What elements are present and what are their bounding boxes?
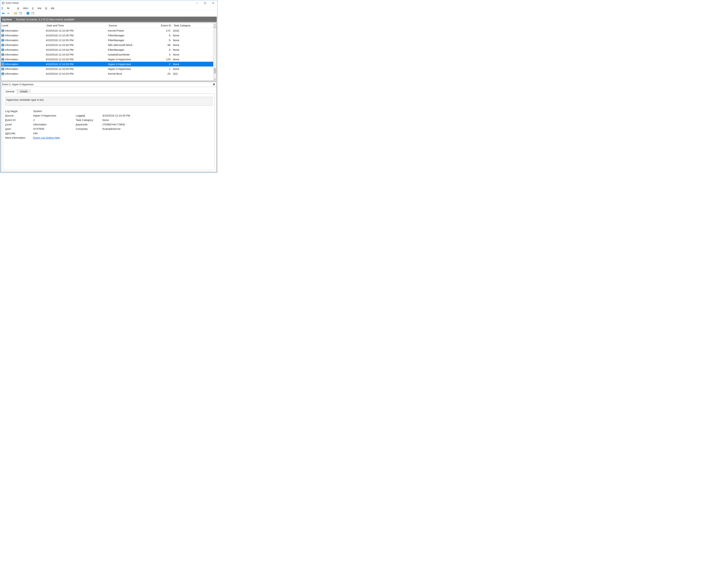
cell-date: 4/10/2018 12:10:33 PM (46, 53, 108, 56)
cell-task: None (172, 39, 213, 42)
svg-rect-19 (3, 30, 3, 30)
header-task[interactable]: Task Category (173, 24, 213, 27)
maximize-button[interactable] (201, 0, 209, 6)
cell-source: FilterManager (108, 48, 156, 51)
header-level[interactable]: Level (2, 24, 47, 27)
help-button[interactable]: ? (26, 11, 30, 16)
cell-eventid: 129 (156, 58, 172, 61)
properties-button[interactable] (19, 11, 23, 16)
info-icon (1, 58, 5, 61)
val-source: Hyper-V-Hypervisor (33, 114, 76, 117)
lbl-level: Level: (5, 123, 33, 126)
cell-level: Information (5, 34, 18, 37)
cell-task: None (172, 67, 213, 71)
table-row[interactable]: Information4/10/2018 12:10:35 PMFilterMa… (1, 38, 213, 43)
detail-body: Hypervisor scheduler type is 0x2. Log Na… (3, 93, 215, 170)
table-row[interactable]: Information4/10/2018 12:10:33 PMHyper-V-… (1, 66, 213, 71)
close-button[interactable] (209, 0, 217, 6)
info-icon (1, 53, 5, 56)
app-icon (2, 1, 5, 5)
table-row[interactable]: Information4/10/2018 12:10:35 PMFilterMa… (1, 33, 213, 38)
event-count-label: Number of events: 3,179 (!) New events a… (16, 18, 74, 21)
info-icon (1, 72, 5, 76)
table-row[interactable]: Information4/10/2018 12:10:33 PMHyper-V-… (1, 62, 213, 66)
table-row[interactable]: Information4/10/2018 12:10:36 PMKernel-P… (1, 28, 213, 33)
svg-rect-30 (3, 45, 3, 46)
cell-source: Kernel-Boot (108, 72, 156, 75)
back-button[interactable] (1, 11, 5, 16)
cell-eventid: 3 (156, 53, 172, 56)
info-icon (1, 67, 5, 71)
menu-help[interactable]: Help (45, 7, 54, 9)
scroll-thumb[interactable] (214, 68, 216, 74)
table-scrollbar[interactable]: ▲ ▼ (213, 23, 216, 81)
cell-source: IsolatedUserMode (108, 53, 156, 56)
val-computer: ExampleServer (102, 127, 212, 130)
table-header-row: Level Date and Time Source Event ID Task… (1, 23, 213, 28)
detail-title: Event 2, Hyper-V-Hypervisor (2, 83, 33, 86)
svg-rect-6 (204, 2, 206, 4)
log-name-label: System (2, 18, 12, 21)
cell-source: FilterManager (108, 34, 156, 37)
link-event-log-help[interactable]: Event Log Online Help (33, 136, 60, 139)
svg-rect-15 (32, 12, 34, 12)
event-detail-pane: Event 2, Hyper-V-Hypervisor ✕ General De… (1, 82, 217, 172)
val-logname: System (33, 110, 212, 113)
status-band: System Number of events: 3,179 (!) New e… (1, 17, 217, 22)
show-tree-button[interactable] (14, 11, 18, 16)
cell-source: Hyper-V-Hypervisor (108, 63, 156, 65)
refresh-button[interactable] (31, 11, 35, 16)
lbl-taskcat: Task Category: (76, 118, 102, 121)
lbl-user: User: (5, 127, 33, 130)
cell-level: Information (5, 58, 18, 61)
scroll-up-icon[interactable]: ▲ (213, 23, 216, 26)
cell-date: 4/10/2018 12:10:33 PM (46, 63, 108, 65)
table-row[interactable]: Information4/10/2018 12:10:34 PMNtfs (Mi… (1, 43, 213, 47)
cell-level: Information (5, 29, 18, 32)
scroll-thumb-top[interactable] (213, 26, 216, 28)
cell-date: 4/10/2018 12:10:36 PM (46, 29, 108, 32)
svg-rect-54 (3, 74, 3, 75)
lbl-logname: Log Name: (5, 110, 33, 113)
cell-date: 4/10/2018 12:10:34 PM (46, 44, 108, 47)
info-icon (1, 48, 5, 52)
cell-source: Kernel-Power (108, 29, 156, 32)
minimize-button[interactable] (193, 0, 201, 6)
lbl-source: Source: (5, 114, 33, 117)
val-keywords: (70368744177664) (102, 123, 212, 126)
cell-level: Information (5, 48, 18, 51)
cell-source: Ntfs (Microsoft-Wind... (108, 44, 156, 47)
svg-rect-50 (3, 69, 3, 70)
svg-rect-26 (3, 40, 3, 41)
tab-general[interactable]: General (3, 89, 17, 94)
header-date[interactable]: Date and Time (47, 24, 109, 27)
forward-button[interactable] (6, 11, 10, 16)
detail-tabs: General Details (3, 89, 216, 93)
detail-close-icon[interactable]: ✕ (213, 83, 215, 86)
cell-task: (32) (172, 72, 213, 75)
svg-rect-23 (3, 34, 3, 35)
info-icon (1, 29, 5, 32)
table-row[interactable]: Information4/10/2018 12:10:33 PMIsolated… (1, 52, 213, 57)
cell-eventid: 6 (156, 34, 172, 37)
header-eventid[interactable]: Event ID (157, 24, 173, 27)
cell-task: (203) (172, 29, 213, 32)
cell-source: Hyper-V-Hypervisor (108, 67, 156, 71)
cell-level: Information (5, 44, 18, 47)
svg-rect-31 (3, 44, 3, 45)
menu-view[interactable]: View (32, 7, 41, 9)
menu-action[interactable]: Action (18, 7, 28, 9)
tab-details[interactable]: Details (18, 89, 30, 94)
table-row[interactable]: Information4/10/2018 12:10:33 PMHyper-V-… (1, 57, 213, 62)
table-row[interactable]: Information4/10/2018 12:10:34 PMFilterMa… (1, 47, 213, 52)
scroll-down-icon[interactable]: ▼ (213, 78, 216, 81)
lbl-computer: Computer: (76, 127, 102, 130)
cell-date: 4/10/2018 12:10:35 PM (46, 34, 108, 37)
header-source[interactable]: Source (109, 24, 157, 27)
menu-file[interactable]: File (2, 7, 14, 9)
cell-eventid: 1 (156, 67, 172, 71)
table-row[interactable]: Information4/10/2018 12:10:33 PMKernel-B… (1, 71, 213, 76)
svg-text:?: ? (27, 12, 28, 15)
info-icon (1, 62, 5, 66)
cell-eventid: 25 (156, 72, 172, 75)
